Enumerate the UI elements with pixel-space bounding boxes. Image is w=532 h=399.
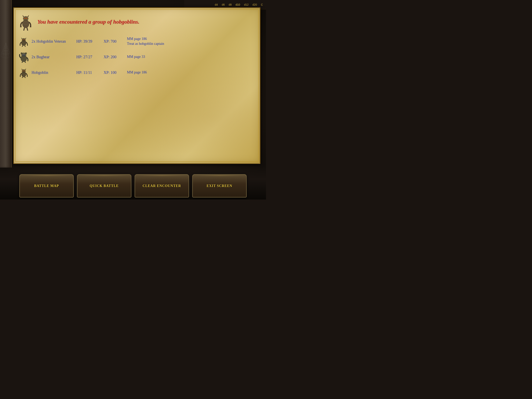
svg-point-25 bbox=[23, 71, 23, 71]
monster-row-2: Hobgoblin HP: 11/11 XP: 100 MM page 186 bbox=[18, 67, 256, 78]
clear-encounter-label: Clear Encounter bbox=[143, 184, 181, 188]
left-panel bbox=[0, 0, 12, 167]
svg-line-0 bbox=[6, 43, 11, 55]
svg-point-21 bbox=[23, 55, 23, 55]
parchment-border bbox=[15, 9, 259, 162]
parchment-container: You have encountered a group of hobgobli… bbox=[12, 6, 262, 165]
svg-point-26 bbox=[24, 71, 25, 71]
monster-icon-1 bbox=[18, 51, 30, 63]
exit-screen-button[interactable]: Exit Screen bbox=[192, 174, 247, 198]
monster-ref-0: MM page 186 Treat as hobgoblin captain bbox=[127, 36, 256, 46]
svg-point-19 bbox=[21, 52, 23, 54]
svg-point-16 bbox=[24, 39, 25, 40]
monster-xp-1: XP: 200 bbox=[104, 55, 127, 59]
exit-screen-label: Exit Screen bbox=[207, 184, 232, 188]
monster-name-0: 2x Hobgoblin Veteran bbox=[30, 39, 76, 44]
quick-battle-label: Quick Battle bbox=[89, 184, 119, 188]
clear-encounter-button[interactable]: Clear Encounter bbox=[134, 174, 189, 198]
battle-map-label: Battle Map bbox=[34, 184, 59, 188]
svg-line-4 bbox=[1, 43, 6, 55]
encounter-title: You have encountered a group of hobgobli… bbox=[37, 19, 139, 25]
monster-row-0: 2x Hobgoblin Veteran HP: 39/39 XP: 700 M… bbox=[18, 35, 256, 47]
hobgoblin-svg bbox=[19, 67, 29, 78]
monsters-list: 2x Hobgoblin Veteran HP: 39/39 XP: 700 M… bbox=[18, 35, 256, 82]
hobgoblin-large-svg bbox=[19, 13, 32, 31]
svg-point-11 bbox=[24, 18, 25, 19]
svg-point-24 bbox=[22, 69, 26, 73]
monster-name-1: 2x Bugbear bbox=[30, 55, 76, 59]
monster-xp-2: XP: 100 bbox=[104, 70, 127, 75]
monster-icon-0 bbox=[18, 35, 30, 47]
encounter-header: You have encountered a group of hobgobli… bbox=[18, 12, 256, 32]
web-decoration bbox=[1, 43, 11, 66]
monster-hp-2: HP: 11/11 bbox=[76, 70, 104, 75]
bugbear-svg bbox=[19, 51, 29, 63]
monster-xp-0: XP: 700 bbox=[104, 39, 127, 44]
monster-ref-2: MM page 186 bbox=[127, 70, 256, 75]
svg-point-22 bbox=[24, 55, 25, 55]
bottom-nav: Battle Map Quick Battle Clear Encounter … bbox=[0, 165, 266, 200]
quick-battle-button[interactable]: Quick Battle bbox=[77, 174, 132, 198]
monster-name-2: Hobgoblin bbox=[30, 70, 76, 75]
svg-point-10 bbox=[23, 16, 28, 21]
monster-ref-1: MM page 33 bbox=[127, 54, 256, 59]
large-monster-icon bbox=[18, 12, 33, 32]
monster-icon-2 bbox=[18, 67, 30, 78]
svg-point-20 bbox=[25, 52, 27, 54]
svg-point-15 bbox=[23, 39, 23, 40]
battle-map-button[interactable]: Battle Map bbox=[19, 174, 74, 198]
parchment: You have encountered a group of hobgobli… bbox=[13, 7, 260, 164]
svg-point-14 bbox=[22, 38, 26, 42]
monster-row-1: 2x Bugbear HP: 27/27 XP: 200 MM page 33 bbox=[18, 51, 256, 63]
hobgoblin-veteran-svg bbox=[19, 36, 29, 47]
monster-hp-0: HP: 39/39 bbox=[76, 39, 104, 44]
svg-point-12 bbox=[26, 18, 27, 19]
monster-hp-1: HP: 27/27 bbox=[76, 55, 104, 59]
